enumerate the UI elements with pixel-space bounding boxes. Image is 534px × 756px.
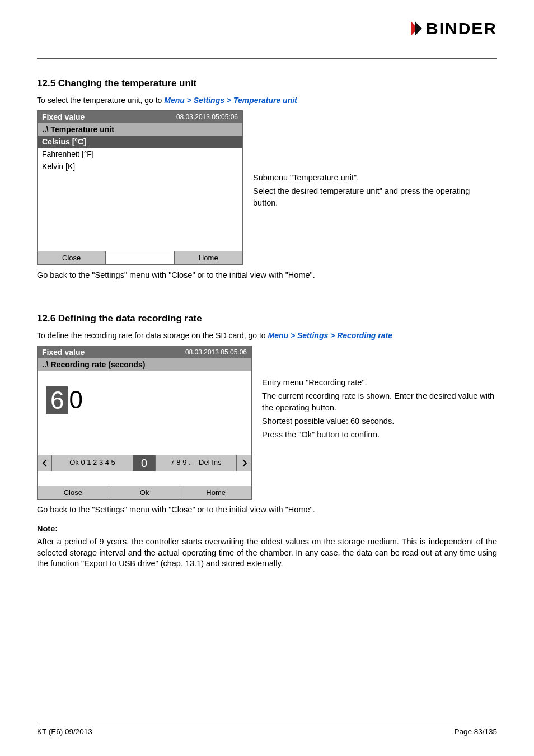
menu-path-2: Menu > Settings > Recording rate: [268, 331, 392, 340]
brand-logo: BINDER: [409, 19, 497, 38]
section-12-6-lead: To define the recording rate for data st…: [37, 331, 497, 340]
temperature-unit-description: Submenu "Temperature unit". Select the d…: [253, 110, 477, 208]
ok-button[interactable]: Ok: [109, 486, 181, 499]
value-digit-highlighted: 6: [46, 386, 68, 414]
widget-timestamp: 08.03.2013 05:05:06: [176, 113, 238, 121]
widget2-breadcrumb: ..\ Recording rate (seconds): [38, 358, 251, 371]
header-divider: [37, 58, 497, 59]
page-footer: KT (E6) 09/2013 Page 83/135: [37, 724, 497, 736]
temperature-unit-widget: Fixed value 08.03.2013 05:05:06 ..\ Temp…: [37, 110, 243, 265]
footer-right: Page 83/135: [454, 727, 497, 736]
widget-breadcrumb: ..\ Temperature unit: [38, 123, 242, 136]
section-12-6-heading: 12.6 Defining the data recording rate: [37, 313, 497, 324]
side2-line-1: Entry menu "Recording rate".: [262, 377, 497, 389]
unit-option-fahrenheit[interactable]: Fahrenheit [°F]: [38, 148, 242, 160]
value-digit-rest: 0: [68, 386, 83, 413]
close-button[interactable]: Close: [38, 251, 106, 264]
widget2-title: Fixed value: [42, 348, 85, 357]
close-button-2[interactable]: Close: [38, 486, 109, 499]
recording-rate-widget: Fixed value 08.03.2013 05:05:06 ..\ Reco…: [37, 346, 252, 500]
section-12-5-after: Go back to the "Settings" menu with "Clo…: [37, 270, 497, 279]
footer-spacer: [106, 251, 174, 264]
side-line-2: Select the desired temperature unit" and…: [253, 185, 477, 208]
unit-option-kelvin[interactable]: Kelvin [K]: [38, 160, 242, 172]
digits-right[interactable]: 7 8 9 . – Del Ins: [156, 455, 237, 471]
section-12-5-heading: 12.5 Changing the temperature unit: [37, 78, 497, 89]
next-arrow-button[interactable]: [237, 455, 251, 471]
widget-header: Fixed value 08.03.2013 05:05:06: [38, 111, 242, 123]
widget-title: Fixed value: [42, 113, 85, 122]
widget2-gap: [38, 471, 251, 486]
note-heading: Note:: [37, 524, 497, 533]
prev-arrow-button[interactable]: [38, 455, 52, 471]
note-paragraph: After a period of 9 years, the controlle…: [37, 536, 497, 570]
digit-current[interactable]: 0: [133, 455, 156, 471]
numeric-entry-row: Ok 0 1 2 3 4 5 0 7 8 9 . – Del Ins: [38, 455, 251, 471]
side2-line-3: Shortest possible value: 60 seconds.: [262, 416, 497, 427]
footer-left: KT (E6) 09/2013: [37, 727, 92, 736]
section-12-5-lead: To select the temperature unit, go to Me…: [37, 96, 497, 105]
menu-path: Menu > Settings > Temperature unit: [164, 96, 297, 105]
unit-option-celsius[interactable]: Celsius [°C]: [38, 136, 242, 148]
value-display: 60: [38, 371, 251, 455]
logo-text: BINDER: [426, 19, 497, 38]
side2-line-4: Press the "Ok" button to confirm.: [262, 429, 497, 441]
lead-prefix: To select the temperature unit, go to: [37, 96, 164, 105]
svg-marker-1: [415, 21, 422, 36]
section-12-6-after: Go back to the "Settings" menu with "Clo…: [37, 505, 497, 514]
widget-blank-area: [38, 172, 242, 251]
side-line-1: Submenu "Temperature unit".: [253, 172, 477, 183]
lead-prefix-2: To define the recording rate for data st…: [37, 331, 268, 340]
side2-line-2: The current recording rate is shown. Ent…: [262, 390, 497, 414]
footer-divider: [37, 724, 497, 724]
widget2-header: Fixed value 08.03.2013 05:05:06: [38, 346, 251, 358]
recording-rate-description: Entry menu "Recording rate". The current…: [262, 346, 497, 441]
digits-left[interactable]: Ok 0 1 2 3 4 5: [52, 455, 133, 471]
home-button[interactable]: Home: [175, 251, 242, 264]
widget2-timestamp: 08.03.2013 05:05:06: [185, 348, 247, 356]
home-button-2[interactable]: Home: [180, 486, 251, 499]
logo-arrow-icon: [409, 20, 423, 37]
